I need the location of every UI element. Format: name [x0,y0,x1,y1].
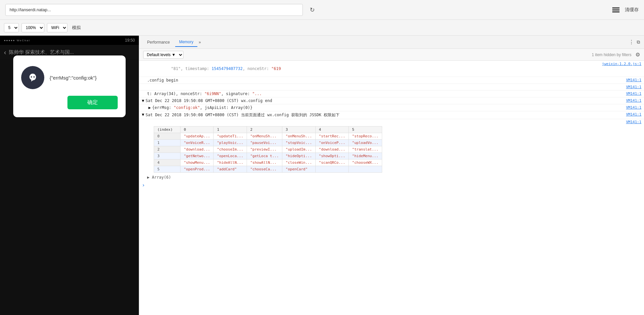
table-cell: "updateTi... [214,133,247,140]
modal-message: {"errMsg":"config:ok"} [50,75,118,81]
layers-button[interactable] [612,7,620,13]
table-cell: "pauseVoi... [247,140,282,146]
clear-cache-button[interactable]: 清缓存 [625,7,639,13]
devtools-dock-icon[interactable]: ⧉ [637,39,640,45]
console-text2: , nonceStr: [243,66,271,71]
arrow-down[interactable]: ▼ [142,98,144,103]
tab-memory[interactable]: Memory [175,38,197,47]
table-cell: "showMenu... [181,159,214,166]
console-output: "81", timestamp: 1545479407732, nonceStr… [139,61,644,315]
devtools-kebab-menu[interactable]: ⋮ [629,39,634,45]
array-fold[interactable]: ▶ Array(6) [139,174,644,181]
console-source-vm141-3[interactable]: VM141:1 [626,91,641,96]
simulate-label: 模拟 [70,25,83,31]
arrow-down-2[interactable]: ▼ [142,112,144,117]
mini-app-logo [26,71,39,84]
tab-more-button[interactable]: » [199,40,201,45]
table-cell: "scanQRCo... [315,159,348,166]
arrow-right[interactable]: ▶ [148,105,151,110]
table-cell: "getLoca t... [247,153,282,159]
table-header-index: (index) [154,126,181,133]
table-header-1: 1 [214,126,247,133]
table-cell: "stopReco... [349,133,382,140]
table-cell: "onMenuSh... [247,133,282,140]
layers-icon-2 [612,9,620,11]
table-cell: "onVoiceP... [315,140,348,146]
filter-hidden-count: 1 item hidden by filters [592,52,631,57]
console-line: t: Array(34), nonceStr: "6i9NN", signatu… [139,90,644,97]
table-cell: "uploadVo... [349,140,382,146]
table-cell: "download... [315,146,348,153]
table-cell: "onMenuSh... [282,133,315,140]
table-cell: "hideAllN... [214,159,247,166]
console-source-vm141-2[interactable]: VM141:1 [626,85,641,89]
table-cell: "stopVoic... [282,140,315,146]
table-cell: "translat... [349,146,382,153]
console-source-vm141-5[interactable]: VM141:1 [626,105,641,110]
filter-settings-icon[interactable]: ⚙ [635,52,640,58]
mini-app-icon [21,66,44,89]
table-row-index: 4 [154,159,181,166]
table-cell: "updateAp... [181,133,214,140]
table-cell: "hideOpti... [282,153,315,159]
modal-overlay: {"errMsg":"config:ok"} 确定 [0,36,139,315]
phone-panel: ●●●●● WeChat 19:50 ‹ 陈帅华 探索技术、艺术与国... [0,36,139,315]
console-source-vm141-6[interactable]: VM141:1 [626,112,641,117]
table-cell: "showOpti... [315,153,348,159]
device-select[interactable]: 5 [4,23,19,32]
console-line: .config begin VM141:1 [139,77,644,84]
svg-point-1 [33,76,35,78]
table-header-2: 2 [247,126,282,133]
devtools-panel: Performance Memory » ⋮ ⧉ Default levels … [139,36,644,315]
table-cell: "chooseCa... [247,166,282,173]
table-cell: "addCard" [214,166,247,173]
table-cell: "closeWin... [282,159,315,166]
console-source-jweixin[interactable]: jweixin-1.2.0.js:1 [602,62,641,66]
table-header-5: 5 [349,126,382,133]
table-cell: "openProd... [181,166,214,173]
modal-dialog: {"errMsg":"config:ok"} 确定 [13,55,126,117]
table-row-index: 1 [154,140,181,146]
console-line-jssdk: ▼ Sat Dec 22 2018 19:50:08 GMT+0800 (CST… [139,111,644,119]
table-cell: "uploadIm... [282,146,315,153]
table-cell [315,166,348,173]
console-source-vm141-1[interactable]: VM141:1 [626,78,641,82]
table-row-index: 5 [154,166,181,173]
console-source-vm141-4[interactable]: VM141:1 [626,98,641,103]
table-cell: "chooseIm... [214,146,247,153]
table-cell: "showAllN... [247,159,282,166]
tab-performance[interactable]: Performance [143,38,174,47]
table-cell: "getNetwo... [181,153,214,159]
modal-confirm-button[interactable]: 确定 [67,96,118,109]
console-prompt[interactable]: › [139,181,644,190]
table-cell: "download... [181,146,214,153]
table-cell: "playVoic... [214,140,247,146]
devtools-tabs: Performance Memory » ⋮ ⧉ [139,36,644,49]
svg-point-0 [31,76,32,78]
network-select[interactable]: WiFi [47,23,67,32]
layers-icon-3 [612,11,620,13]
api-permissions-table: (index) 0 1 2 3 4 5 0"updateAp..."update… [154,126,382,173]
console-line-errmsg: ▶ {errMsg: "config:ok", jsApiList: Array… [139,104,644,111]
table-cell: "openLoca... [214,153,247,159]
table-row-index: 2 [154,146,181,153]
zoom-select[interactable]: 100% [21,23,44,32]
filter-level-select[interactable]: Default levels ▼ [143,51,183,59]
layers-icon-1 [612,7,620,9]
modal-header: {"errMsg":"config:ok"} [21,66,118,89]
console-source-vm141-standalone[interactable]: VM141:1 [626,120,641,124]
console-line: VM141:1 [139,84,644,90]
main-content: ●●●●● WeChat 19:50 ‹ 陈帅华 探索技术、艺术与国... [0,36,644,315]
console-number: 1545479407732 [212,66,243,71]
console-string: "619 [271,66,281,71]
table-cell [349,166,382,173]
table-cell: "previewI... [247,146,282,153]
address-input[interactable] [5,4,303,16]
table-row-index: 0 [154,133,181,140]
reload-icon: ↻ [310,6,315,14]
reload-button[interactable]: ↻ [307,5,317,15]
devtools-tab-actions: ⋮ ⧉ [629,39,640,45]
table-header-4: 4 [315,126,348,133]
console-line-config-end: ▼ Sat Dec 22 2018 19:50:08 GMT+0800 (CST… [139,97,644,104]
devtools-filter-bar: Default levels ▼ 1 item hidden by filter… [139,49,644,61]
